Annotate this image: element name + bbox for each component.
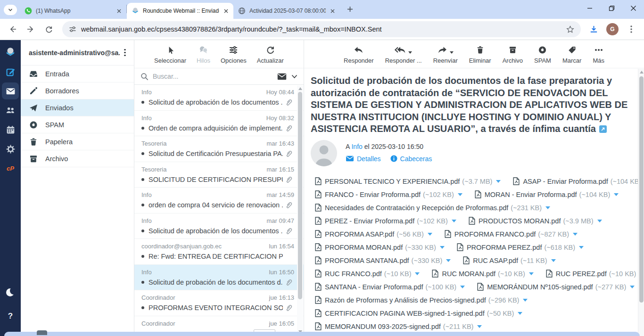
scrollbar-thumb[interactable] <box>298 92 302 299</box>
tab-close-button[interactable] <box>329 7 336 15</box>
taskbar[interactable] <box>4 332 640 336</box>
attachment-chip[interactable]: PROFORMA FRANCO.pdf(~827 KB) <box>445 230 578 238</box>
attachment-menu-caret[interactable] <box>630 286 635 288</box>
message-row[interactable]: InfoHoy 08:44Solicitud de aprobación de … <box>134 85 304 111</box>
scroll-up-arrow[interactable] <box>640 71 644 74</box>
attachment-menu-caret[interactable] <box>614 193 619 196</box>
tab-close-button[interactable] <box>115 7 123 15</box>
search-scope-mail-icon[interactable] <box>277 73 287 80</box>
attachment-chip[interactable]: Razón de Proformas y Análisis de Precios… <box>315 296 528 304</box>
mark-button[interactable]: Marcar <box>562 44 581 68</box>
reload-button[interactable] <box>41 21 57 37</box>
help-button[interactable]: ? <box>2 308 19 325</box>
attachment-menu-caret[interactable] <box>446 259 451 262</box>
attachment-menu-caret[interactable] <box>523 299 528 302</box>
folder-enviados[interactable]: Enviados <box>21 99 134 116</box>
back-button[interactable] <box>5 21 21 37</box>
message-row[interactable]: InfoHoy 08:32Orden de compra adquisición… <box>134 111 304 137</box>
attachment-menu-caret[interactable] <box>496 180 501 183</box>
external-link-icon[interactable] <box>599 125 607 133</box>
folder-spam[interactable]: SPAM <box>21 116 134 133</box>
attachment-chip[interactable]: RUC ASAP.pdf(~11 KB) <box>463 256 555 264</box>
reply-all-button[interactable]: Responder ... <box>385 44 422 68</box>
message-row[interactable]: Infolun 16:50Solicitud de probación de l… <box>134 265 304 291</box>
attachment-menu-caret[interactable] <box>440 246 445 249</box>
attachment-menu-caret[interactable] <box>579 246 584 249</box>
tab-search-button[interactable] <box>4 5 17 15</box>
browser-menu-button[interactable] <box>623 21 639 37</box>
dark-mode-button[interactable] <box>2 284 19 301</box>
message-row[interactable]: Coordinadorjue 16:13PROFORMAS EVENTO INT… <box>134 290 304 316</box>
attachment-menu-caret[interactable] <box>458 193 462 196</box>
attachment-chip[interactable]: RUC PEREZ.pdf(~10 KB) <box>546 270 644 278</box>
list-scrollbar[interactable] <box>297 85 303 335</box>
forward-button[interactable]: Reenviar <box>433 44 458 68</box>
close-window-button[interactable] <box>622 0 644 16</box>
message-row[interactable]: Infomar 09:47Solicitud de aprobación de … <box>134 213 304 239</box>
attachment-chip[interactable]: RUC FRANCO.pdf(~10 KB) <box>315 270 420 278</box>
compose-button[interactable] <box>2 63 19 80</box>
forward-dropdown[interactable] <box>450 51 454 54</box>
search-input[interactable] <box>153 73 277 80</box>
contacts-nav-button[interactable] <box>2 102 19 119</box>
folder-borradores[interactable]: Borradores <box>21 82 134 99</box>
settings-nav-button[interactable] <box>2 140 19 157</box>
attachment-menu-caret[interactable] <box>460 286 465 288</box>
attachment-chip[interactable]: MEMORANDUM 093-2025-signed.pdf(~211 KB) <box>315 322 482 330</box>
attachment-menu-caret[interactable] <box>545 206 550 209</box>
reply-all-dropdown[interactable] <box>408 51 412 54</box>
attachment-menu-caret[interactable] <box>452 220 456 222</box>
search-options-chevron-icon[interactable] <box>291 74 297 79</box>
forward-button[interactable] <box>23 21 39 37</box>
folder-entrada[interactable]: Entrada <box>21 66 134 82</box>
message-row[interactable]: Infomar 14:59orden de compra 04 servicio… <box>134 188 304 213</box>
mail-nav-button[interactable] <box>2 82 19 99</box>
bookmark-star-icon[interactable] <box>566 25 574 33</box>
attachment-chip[interactable]: FRANCO - Enviar Proforma.pdf(~102 KB) <box>315 190 462 198</box>
folder-archivo[interactable]: Archivo <box>21 150 134 167</box>
attachment-menu-caret[interactable] <box>597 220 602 222</box>
recipient-link[interactable]: Info <box>351 143 362 150</box>
archive-button[interactable]: Archivo <box>503 44 523 68</box>
tab-whatsapp[interactable]: (1) WhatsApp <box>20 3 126 19</box>
more-button[interactable]: Más <box>593 44 604 68</box>
attachment-chip[interactable]: PRODUCTOS MORAN.pdf(~3.9 MB) <box>469 217 602 225</box>
reply-button[interactable]: Responder <box>344 44 374 68</box>
spam-button[interactable]: SPAM <box>534 44 551 68</box>
account-menu-button[interactable] <box>120 49 130 56</box>
attachment-menu-caret[interactable] <box>477 325 482 328</box>
attachment-chip[interactable]: PROFORMA PEREZ.pdf(~618 KB) <box>457 243 584 251</box>
attachment-chip[interactable]: Necesidades de Contratación y Recepción … <box>315 204 550 212</box>
cpanel-nav-button[interactable]: cP <box>2 160 19 177</box>
attachment-menu-caret[interactable] <box>415 272 420 275</box>
scrollbar-thumb[interactable] <box>639 76 644 303</box>
refresh-button[interactable]: Actualizar <box>257 44 284 68</box>
new-tab-button[interactable] <box>344 3 356 15</box>
headers-link[interactable]: Cabeceras <box>390 155 432 163</box>
attachment-chip[interactable]: MEMORÁNDUM Nº105-signed.pdf(~277 KB) <box>477 283 635 291</box>
attachment-chip[interactable]: PERSONAL TECNICO Y EXPERIENCIA.pdf(~3.7 … <box>315 177 501 185</box>
attachment-chip[interactable]: MORAN - Enviar Proforma.pdf(~104 KB) <box>475 190 619 198</box>
details-link[interactable]: Detalles <box>346 155 381 163</box>
attachment-chip[interactable]: RUC MORAN.pdf(~10 KB) <box>432 270 533 278</box>
attachment-menu-caret[interactable] <box>518 312 522 315</box>
calendar-nav-button[interactable] <box>2 121 19 138</box>
attachment-chip[interactable]: CERTIFICACION PAGINA WEB-signed-1-signed… <box>315 309 522 317</box>
message-row[interactable]: coordinador@sanjuan.gob.eclun 16:54Re: F… <box>134 239 304 265</box>
folder-papelera[interactable]: Papelera <box>21 133 134 150</box>
reading-scrollbar[interactable] <box>638 69 644 336</box>
address-bar[interactable]: webmail.sanjuan.gob.ec/cpsess4380978826/… <box>62 21 581 37</box>
attachment-menu-caret[interactable] <box>428 233 432 236</box>
downloads-button[interactable] <box>586 21 602 37</box>
restore-button[interactable] <box>601 0 622 16</box>
attachment-chip[interactable]: PROFORMA MORAN.pdf(~330 KB) <box>315 243 445 251</box>
attachment-chip[interactable]: ASAP - Enviar Proforma.pdf(~104 KB) <box>513 177 644 185</box>
tab-actividad[interactable]: Actividad 2025-03-07 08:00:00 <box>233 3 340 19</box>
delete-button[interactable]: Eliminar <box>469 44 491 68</box>
threads-button[interactable]: Hilos <box>197 44 210 68</box>
attachment-menu-caret[interactable] <box>529 272 534 275</box>
attachment-menu-caret[interactable] <box>573 233 578 236</box>
attachment-chip[interactable]: PROFORMA ASAP.pdf(~56 KB) <box>315 230 432 238</box>
message-row[interactable]: Tesoreriamar 16:43Solicitud de Certifica… <box>134 136 304 162</box>
minimize-button[interactable] <box>579 0 601 16</box>
